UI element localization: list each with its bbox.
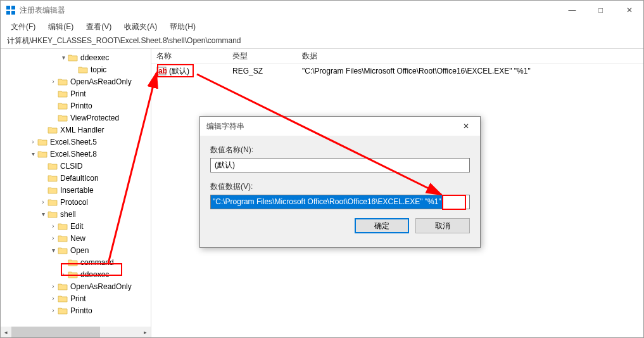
dialog-title: 编辑字符串 [206, 121, 453, 132]
chevron-right-icon[interactable]: › [49, 235, 58, 242]
col-name[interactable]: 名称 [151, 51, 227, 62]
folder-icon [47, 126, 58, 134]
chevron-down-icon[interactable]: ▾ [39, 211, 47, 218]
tree-item-label: Edit [70, 222, 84, 231]
folder-icon [58, 101, 68, 110]
menu-help[interactable]: 帮助(H) [163, 20, 202, 34]
tree-item-label: command [80, 258, 114, 267]
tree-item-label: OpenAsReadOnly [70, 77, 132, 86]
tree-item[interactable]: CLSID [1, 160, 151, 172]
tree-item[interactable]: XML Handler [1, 124, 151, 136]
tree-item[interactable]: ›Printto [1, 304, 151, 316]
tree-item[interactable]: ›OpenAsReadOnly [1, 280, 151, 292]
scroll-right-arrow[interactable]: ▸ [140, 327, 151, 337]
svg-rect-0 [6, 6, 10, 10]
scroll-track[interactable] [11, 327, 140, 337]
folder-icon [47, 186, 58, 195]
tree-item[interactable]: ›Print [1, 292, 151, 304]
tree-item[interactable]: ▾shell [1, 208, 151, 220]
string-value-icon: ab [156, 66, 167, 76]
tree-item[interactable]: ▾Open [1, 244, 151, 256]
maximize-button[interactable]: □ [586, 1, 615, 20]
tree-item[interactable]: Insertable [1, 184, 151, 196]
folder-icon [47, 210, 58, 219]
tree-item[interactable]: ›Excel.Sheet.5 [1, 136, 151, 148]
tree-item-label: Excel.Sheet.8 [50, 150, 97, 159]
menu-view[interactable]: 查看(V) [80, 20, 118, 34]
tree-item-label: Insertable [60, 186, 94, 195]
cancel-button[interactable]: 取消 [415, 218, 470, 233]
folder-icon [68, 270, 78, 279]
tree-horizontal-scrollbar[interactable]: ◂ ▸ [1, 327, 151, 337]
svg-rect-1 [11, 6, 15, 10]
tree-item[interactable]: ▾ddeexec [1, 51, 151, 63]
value-name-field[interactable] [210, 158, 470, 172]
minimize-button[interactable]: — [558, 1, 586, 20]
menu-edit[interactable]: 编辑(E) [42, 20, 80, 34]
folder-icon [58, 222, 68, 231]
menu-favorites[interactable]: 收藏夹(A) [118, 20, 163, 34]
window-controls: — □ ✕ [558, 1, 643, 20]
chevron-right-icon[interactable]: › [49, 283, 58, 290]
tree-item-label: Print [70, 89, 86, 98]
address-bar[interactable]: 计算机\HKEY_CLASSES_ROOT\Excel.Sheet.8\shel… [1, 34, 643, 49]
window-title: 注册表编辑器 [20, 5, 558, 16]
tree-item[interactable]: Print [1, 88, 151, 100]
chevron-right-icon[interactable]: › [39, 198, 47, 205]
tree-content[interactable]: ▾ddeexectopic›OpenAsReadOnlyPrintPrintto… [1, 49, 151, 319]
folder-icon [58, 77, 68, 86]
folder-icon [37, 138, 47, 146]
dialog-close-button[interactable]: ✕ [453, 118, 479, 134]
tree-item[interactable]: Printto [1, 100, 151, 112]
tree-item-label: OpenAsReadOnly [70, 282, 132, 291]
value-data-label: 数值数据(V): [210, 181, 470, 192]
ok-button[interactable]: 确定 [355, 218, 409, 233]
chevron-down-icon[interactable]: ▾ [59, 54, 68, 61]
value-data-field[interactable]: "C:\Program Files\Microsoft Office\Root\… [210, 195, 470, 209]
tree-item[interactable]: ›Protocol [1, 196, 151, 208]
folder-icon [58, 306, 68, 315]
scroll-left-arrow[interactable]: ◂ [1, 327, 11, 337]
chevron-down-icon[interactable]: ▾ [28, 150, 37, 157]
tree-item[interactable]: DefaultIcon [1, 172, 151, 184]
menubar: 文件(F) 编辑(E) 查看(V) 收藏夹(A) 帮助(H) [1, 20, 643, 34]
tree-item[interactable]: topic [1, 63, 151, 75]
tree-item[interactable]: ›ddeexec [1, 268, 151, 280]
chevron-right-icon[interactable]: › [28, 138, 37, 145]
folder-icon [58, 294, 68, 303]
chevron-right-icon[interactable]: › [49, 295, 58, 302]
value-name-label: 数值名称(N): [210, 145, 470, 155]
tree-item-label: Print [70, 294, 86, 303]
chevron-right-icon[interactable]: › [49, 78, 58, 85]
menu-file[interactable]: 文件(F) [4, 20, 42, 34]
dialog-titlebar: 编辑字符串 ✕ [200, 117, 480, 136]
dialog-buttons: 确定 取消 [210, 218, 470, 233]
tree-item-label: Printto [70, 306, 92, 315]
folder-icon [58, 89, 68, 98]
tree-item-label: DefaultIcon [60, 174, 99, 183]
folder-icon [47, 174, 58, 183]
tree-item[interactable]: ›Edit [1, 220, 151, 232]
chevron-right-icon[interactable]: › [49, 307, 58, 314]
cell-type: REG_SZ [227, 67, 297, 75]
chevron-right-icon[interactable]: › [59, 271, 68, 278]
chevron-down-icon[interactable]: ▾ [49, 247, 58, 254]
list-row[interactable]: ab(默认)REG_SZ"C:\Program Files\Microsoft … [151, 64, 643, 78]
svg-rect-3 [11, 11, 15, 15]
tree-item[interactable]: ›OpenAsReadOnly [1, 75, 151, 88]
close-button[interactable]: ✕ [615, 1, 643, 20]
tree-item-label: topic [91, 65, 106, 74]
list-rows: ab(默认)REG_SZ"C:\Program Files\Microsoft … [151, 64, 643, 78]
tree-item[interactable]: command [1, 256, 151, 268]
tree-item[interactable]: ▾Excel.Sheet.8 [1, 148, 151, 160]
col-type[interactable]: 类型 [227, 51, 297, 62]
tree-item[interactable]: ›New [1, 232, 151, 244]
tree-item[interactable]: ViewProtected [1, 112, 151, 124]
tree-item-label: ViewProtected [70, 114, 119, 122]
tree-item-label: shell [60, 210, 76, 219]
chevron-right-icon[interactable]: › [49, 223, 58, 230]
col-data[interactable]: 数据 [297, 51, 626, 62]
cell-name-text: (默认) [169, 66, 189, 77]
scroll-thumb[interactable] [11, 327, 100, 337]
tree-item-label: Open [70, 246, 89, 255]
